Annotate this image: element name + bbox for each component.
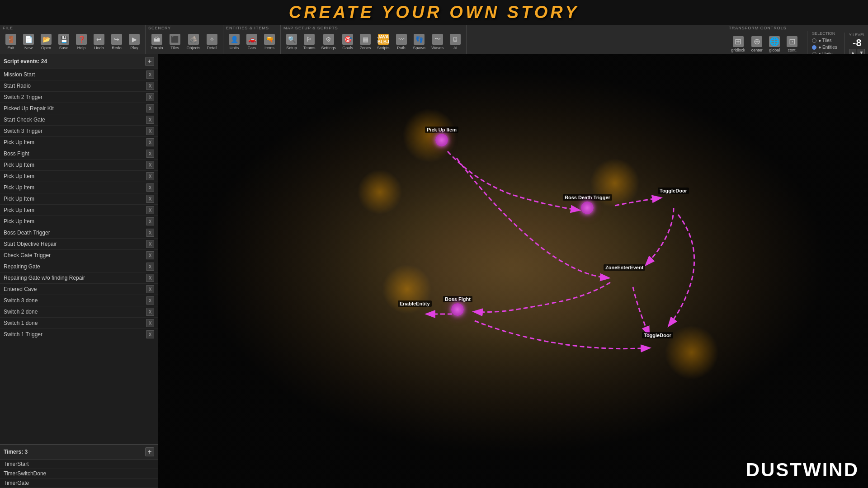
- script-item[interactable]: Check Gate TriggerX: [0, 250, 158, 261]
- selection-entities[interactable]: ● Entities: [812, 44, 837, 51]
- script-item-delete-button[interactable]: X: [146, 172, 154, 180]
- timer-item[interactable]: TimerStart: [0, 460, 158, 469]
- detail-button[interactable]: ✧ Detail: [204, 33, 220, 52]
- timer-item[interactable]: TimerGate: [0, 479, 158, 488]
- spawn-button[interactable]: 👣 Spawn: [411, 33, 428, 52]
- script-item[interactable]: Switch 3 doneX: [0, 295, 158, 306]
- script-item[interactable]: Boss Death TriggerX: [0, 227, 158, 239]
- script-list[interactable]: Mission StartXStart RadioXSwitch 2 Trigg…: [0, 69, 158, 444]
- teams-button[interactable]: 🏳 Teams: [301, 33, 318, 52]
- zones-button[interactable]: ▦ Zones: [357, 33, 373, 52]
- objects-button[interactable]: 🪨 Objects: [184, 33, 203, 52]
- script-item-delete-button[interactable]: X: [146, 104, 154, 113]
- script-item[interactable]: Pick Up ItemX: [0, 205, 158, 216]
- map-area[interactable]: Pick Up Item Boss Death Trigger ToggleDo…: [158, 54, 868, 488]
- save-button[interactable]: 💾 Save: [56, 33, 72, 52]
- global-icon: 🌐: [769, 36, 780, 47]
- script-item-delete-button[interactable]: X: [146, 161, 154, 169]
- terrain-button[interactable]: 🏔 Terrain: [148, 33, 165, 52]
- script-item[interactable]: Entered CaveX: [0, 284, 158, 295]
- script-item[interactable]: Pick Up ItemX: [0, 216, 158, 227]
- script-item[interactable]: Pick Up ItemX: [0, 193, 158, 205]
- script-item-delete-button[interactable]: X: [146, 263, 154, 271]
- selection-tiles[interactable]: ● Tiles: [812, 37, 837, 44]
- open-button[interactable]: 📂 Open: [38, 33, 54, 52]
- goals-button[interactable]: 🎯 Goals: [340, 33, 356, 52]
- timer-item[interactable]: TimerSwitchDone: [0, 469, 158, 479]
- setup-button[interactable]: 🔍 Setup: [283, 33, 300, 52]
- script-item-delete-button[interactable]: X: [146, 127, 154, 135]
- script-item[interactable]: Switch 2 doneX: [0, 306, 158, 318]
- center-button[interactable]: ⊕ center: [749, 35, 765, 54]
- script-item-delete-button[interactable]: X: [146, 82, 154, 90]
- timers-header: Timers: 3 +: [0, 445, 158, 460]
- script-item-delete-button[interactable]: X: [146, 240, 154, 248]
- script-item-delete-button[interactable]: X: [146, 251, 154, 259]
- script-item-delete-button[interactable]: X: [146, 206, 154, 214]
- script-item[interactable]: Switch 1 doneX: [0, 318, 158, 329]
- cars-button[interactable]: 🚗 Cars: [244, 33, 260, 52]
- global-button[interactable]: 🌐 global: [766, 35, 783, 54]
- center-label: center: [751, 48, 763, 52]
- script-item-delete-button[interactable]: X: [146, 285, 154, 293]
- add-timer-button[interactable]: +: [145, 447, 154, 456]
- script-item[interactable]: Switch 3 TriggerX: [0, 126, 158, 137]
- path-button[interactable]: 〰 Path: [393, 33, 410, 52]
- script-item-delete-button[interactable]: X: [146, 138, 154, 146]
- script-item[interactable]: Start Objective RepairX: [0, 239, 158, 250]
- map-node-boss-death[interactable]: Boss Death Trigger: [563, 194, 612, 214]
- script-item-delete-button[interactable]: X: [146, 217, 154, 225]
- script-item[interactable]: Pick Up ItemX: [0, 160, 158, 171]
- script-item[interactable]: Start Check GateX: [0, 114, 158, 126]
- map-node-toggle-door-bottom[interactable]: ToggleDoor: [642, 332, 673, 338]
- items-icon: 🔫: [264, 34, 275, 45]
- help-button[interactable]: ❓ Help: [73, 33, 90, 52]
- script-item[interactable]: Pick Up ItemX: [0, 182, 158, 193]
- tiles-button[interactable]: ⬛ Tiles: [167, 33, 183, 52]
- script-item[interactable]: Repairing Gate w/o finding RepairX: [0, 272, 158, 284]
- waves-button[interactable]: 〜 Waves: [429, 33, 446, 52]
- script-item-delete-button[interactable]: X: [146, 150, 154, 158]
- script-item[interactable]: Switch 2 TriggerX: [0, 92, 158, 103]
- script-item-delete-button[interactable]: X: [146, 195, 154, 203]
- script-item-delete-button[interactable]: X: [146, 274, 154, 282]
- app-title: CREATE YOUR OWN STORY: [289, 3, 580, 22]
- cont-button[interactable]: ⊡ cont.: [784, 35, 800, 54]
- script-item[interactable]: Mission StartX: [0, 69, 158, 80]
- map-node-pickup-item[interactable]: Pick Up Item: [425, 127, 458, 146]
- script-item-delete-button[interactable]: X: [146, 319, 154, 327]
- script-item[interactable]: Switch 1 TriggerX: [0, 329, 158, 340]
- redo-button[interactable]: ↪ Redo: [108, 33, 125, 52]
- play-button[interactable]: ▶ Play: [126, 33, 142, 52]
- scripts-button[interactable]: JAVABLBJ Scripts: [375, 33, 392, 52]
- script-item[interactable]: Picked Up Repair KitX: [0, 103, 158, 114]
- script-item[interactable]: Pick Up ItemX: [0, 137, 158, 148]
- script-item-delete-button[interactable]: X: [146, 296, 154, 305]
- objects-label: Objects: [187, 46, 201, 50]
- script-item-delete-button[interactable]: X: [146, 183, 154, 192]
- units-button[interactable]: 👤 Units: [226, 33, 242, 52]
- script-item-delete-button[interactable]: X: [146, 93, 154, 101]
- map-node-enable-entity[interactable]: EnableEntity: [398, 300, 432, 307]
- script-item[interactable]: Start RadioX: [0, 80, 158, 92]
- add-script-button[interactable]: +: [145, 57, 154, 66]
- undo-button[interactable]: ↩ Undo: [91, 33, 107, 52]
- settings-button[interactable]: ⚙ Settings: [319, 33, 339, 52]
- script-item[interactable]: Repairing GateX: [0, 261, 158, 272]
- scripts-header: Script events: 24 +: [0, 54, 158, 69]
- ai-button[interactable]: 🖥 AI: [447, 33, 463, 52]
- script-item-delete-button[interactable]: X: [146, 229, 154, 237]
- items-button[interactable]: 🔫 Items: [261, 33, 278, 52]
- gridlock-button[interactable]: ⊞ gridlock: [729, 35, 747, 54]
- script-item-delete-button[interactable]: X: [146, 330, 154, 338]
- script-item-delete-button[interactable]: X: [146, 308, 154, 316]
- exit-button[interactable]: 🚪 Exit: [3, 33, 19, 52]
- script-item-delete-button[interactable]: X: [146, 116, 154, 124]
- new-button[interactable]: 📄 New: [20, 33, 37, 52]
- map-node-toggle-door-top[interactable]: ToggleDoor: [658, 188, 689, 194]
- script-item[interactable]: Boss FightX: [0, 148, 158, 160]
- map-node-zone-enter[interactable]: ZoneEnterEvent: [604, 264, 645, 271]
- script-item[interactable]: Pick Up ItemX: [0, 171, 158, 182]
- script-item-delete-button[interactable]: X: [146, 70, 154, 79]
- map-node-boss-fight[interactable]: Boss Fight: [443, 296, 472, 316]
